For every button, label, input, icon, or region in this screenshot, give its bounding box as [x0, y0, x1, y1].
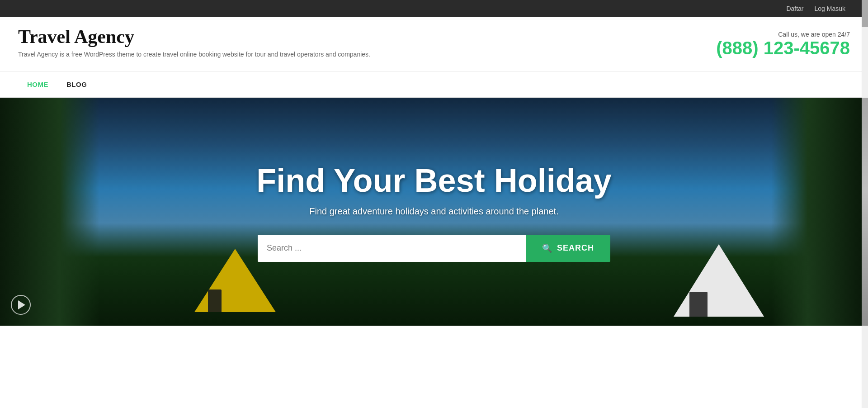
hero-subtitle: Find great adventure holidays and activi…	[256, 206, 611, 217]
nav-item-blog[interactable]: BLOG	[57, 71, 96, 98]
hero-content: Find Your Best Holiday Find great advent…	[256, 162, 611, 217]
tent-right-decoration	[674, 244, 764, 317]
play-button[interactable]	[11, 295, 31, 315]
site-title: Travel Agency	[18, 26, 370, 47]
call-label: Call us, we are open 24/7	[716, 31, 850, 38]
login-link[interactable]: Log Masuk	[815, 5, 845, 12]
header-left: Travel Agency Travel Agency is a free Wo…	[18, 26, 370, 58]
hero-section: Find Your Best Holiday Find great advent…	[0, 98, 868, 326]
nav-item-home[interactable]: HOME	[18, 71, 57, 98]
search-icon: 🔍	[542, 243, 552, 253]
nav-bar: HOME BLOG	[0, 71, 868, 98]
search-bar: 🔍 SEARCH	[258, 235, 610, 262]
tree-right-decoration	[771, 98, 862, 326]
top-bar: Daftar Log Masuk	[0, 0, 868, 17]
register-link[interactable]: Daftar	[786, 5, 803, 12]
header: Travel Agency Travel Agency is a free Wo…	[0, 17, 868, 71]
tree-left-decoration	[0, 98, 99, 326]
phone-number: (888) 123-45678	[716, 38, 850, 58]
search-button-label: SEARCH	[557, 243, 594, 253]
header-right: Call us, we are open 24/7 (888) 123-4567…	[716, 26, 850, 58]
hero-title: Find Your Best Holiday	[256, 162, 611, 199]
site-tagline: Travel Agency is a free WordPress theme …	[18, 51, 370, 58]
search-button[interactable]: 🔍 SEARCH	[526, 235, 610, 262]
search-input[interactable]	[258, 235, 526, 262]
